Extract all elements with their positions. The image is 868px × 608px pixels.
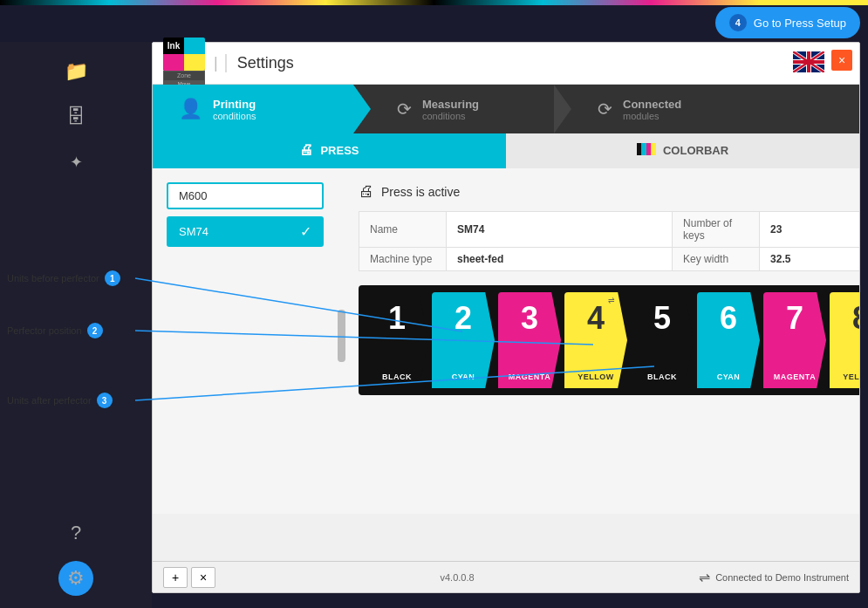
unit-2-name: CYAN — [452, 372, 475, 381]
unit-8-number: 8 — [852, 303, 859, 334]
printing-icon: 👤 — [179, 99, 202, 119]
annotation-units-after-perfector: Units after perfector 3 — [7, 393, 113, 408]
annotation-badge-1: 1 — [105, 270, 120, 286]
logo-ink: Ink — [163, 38, 184, 54]
press-item-sm74-label: SM74 — [179, 225, 208, 238]
unit-1-name: BLACK — [382, 372, 412, 381]
unit-3-number: 3 — [521, 303, 538, 334]
window-close-button[interactable]: × — [831, 50, 852, 71]
top-color-bar — [0, 0, 868, 5]
add-press-button[interactable]: + — [163, 567, 188, 588]
measuring-step-text: Measuring conditions — [422, 98, 479, 121]
unit-1-number: 1 — [388, 303, 406, 334]
wizard-step-printing[interactable]: 👤 Printing conditions — [153, 85, 353, 133]
unit-card-3[interactable]: 3 MAGENTA — [498, 292, 561, 388]
unit-card-6[interactable]: 6 CYAN — [697, 292, 760, 388]
unit-card-2[interactable]: 2 CYAN — [432, 292, 495, 388]
tab-bar: 🖨 PRESS COLORBAR — [153, 133, 859, 168]
tab-colorbar[interactable]: COLORBAR — [506, 133, 859, 168]
press-details: 🖨 Press is active Name SM74 Number of ke… — [359, 182, 859, 500]
sidebar-icon-folder[interactable]: 📁 — [58, 54, 93, 89]
unit-5-name: BLACK — [647, 372, 677, 381]
svg-rect-14 — [646, 143, 652, 155]
svg-rect-15 — [651, 143, 656, 155]
annotation-units-before-perfector: Units before perfector 1 — [7, 270, 120, 286]
sm74-check-icon: ✓ — [300, 223, 311, 240]
unit-card-4[interactable]: 4 ⇌ YELLOW — [564, 292, 627, 388]
uk-flag-container — [793, 51, 824, 76]
key-width-label: Key width — [673, 248, 760, 271]
press-status-icon: 🖨 — [359, 182, 374, 201]
press-status-label: Press is active — [381, 185, 460, 199]
annotation-label-3: Units after perfector — [7, 395, 92, 406]
badge-number: 4 — [729, 14, 747, 31]
wizard-bar: 👤 Printing conditions ⟳ Measuring condit… — [153, 85, 859, 133]
printing-step-text: Printing conditions — [213, 98, 256, 121]
go-to-press-label: Go to Press Setup — [754, 17, 846, 30]
name-value: SM74 — [447, 212, 673, 248]
unit-2-number: 2 — [455, 303, 472, 334]
unit-card-7[interactable]: 7 MAGENTA — [763, 292, 826, 388]
sidebar-icon-database[interactable]: 🗄 — [58, 99, 93, 134]
unit-card-8[interactable]: 8 YELLOW — [830, 292, 859, 388]
printing-step-sub: conditions — [213, 111, 256, 121]
annotation-badge-3: 3 — [97, 393, 113, 408]
window-header: Ink Zone Move | Settings — [153, 43, 859, 85]
logo-i — [184, 38, 205, 54]
press-properties-table: Name SM74 Number of keys 23 Machine type… — [359, 211, 859, 271]
machine-type-label: Machine type — [359, 248, 447, 271]
unit-card-1[interactable]: 1 BLACK — [366, 292, 428, 388]
annotation-badge-2: 2 — [87, 323, 103, 338]
sidebar-icon-help[interactable]: ? — [58, 516, 93, 550]
machine-type-value: sheet-fed — [447, 248, 673, 271]
bottom-toolbar: + × v4.0.0.8 ⇌ Connected to Demo Instrum… — [153, 561, 859, 592]
printing-step-name: Printing — [213, 98, 256, 111]
unit-7-name: MAGENTA — [774, 372, 816, 381]
unit-3-name: MAGENTA — [509, 372, 550, 381]
annotation-perfector-position: Perfector position 2 — [7, 323, 103, 338]
unit-6-number: 6 — [720, 303, 737, 334]
remove-press-button[interactable]: × — [191, 567, 215, 588]
connection-label: Connected to Demo Instrument — [715, 572, 849, 583]
annotation-label-1: Units before perfector — [7, 273, 99, 284]
press-item-m600-label: M600 — [179, 189, 208, 202]
logo-k — [184, 54, 205, 71]
connected-step-name: Connected — [623, 98, 681, 111]
sidebar-icon-settings[interactable]: ⚙ — [58, 561, 93, 596]
unit-4-name: YELLOW — [578, 372, 614, 381]
sidebar-icon-crosshair[interactable]: ✦ — [58, 145, 93, 180]
press-item-m600[interactable]: M600 — [167, 182, 324, 209]
unit-card-5[interactable]: 5 BLACK — [631, 292, 694, 388]
tab-press[interactable]: 🖨 PRESS — [153, 133, 506, 168]
colorbar-tab-icon — [637, 143, 656, 158]
connected-icon: ⟳ — [598, 100, 612, 118]
unit-7-number: 7 — [786, 303, 803, 334]
press-tab-label: PRESS — [320, 144, 359, 157]
svg-rect-12 — [637, 143, 642, 155]
logo-n — [163, 54, 184, 71]
wizard-arrow-2 — [554, 85, 571, 133]
num-keys-label: Number of keys — [673, 212, 760, 248]
measuring-step-sub: conditions — [422, 111, 479, 121]
printing-units-container: 1 BLACK 2 CYAN 3 MAGENTA 4 ⇌ YELLOW — [359, 285, 859, 395]
go-to-press-setup-button[interactable]: 4 Go to Press Setup — [715, 7, 860, 38]
name-label: Name — [359, 212, 447, 248]
scroll-handle[interactable] — [338, 310, 345, 362]
unit-6-name: CYAN — [717, 372, 741, 381]
press-item-sm74[interactable]: SM74 ✓ — [167, 216, 324, 247]
unit-5-number: 5 — [653, 303, 671, 334]
wizard-step-measuring[interactable]: ⟳ Measuring conditions — [353, 85, 554, 133]
logo-wrapper: Ink Zone Move — [163, 38, 205, 90]
window-title: Settings — [225, 54, 294, 72]
uk-flag-icon — [793, 51, 824, 72]
measuring-icon: ⟳ — [397, 100, 412, 118]
unit-8-name: YELLOW — [843, 372, 859, 381]
connection-icon: ⇌ — [699, 569, 710, 585]
main-window: Ink Zone Move | Settings — [152, 42, 860, 593]
press-tab-icon: 🖨 — [299, 142, 313, 158]
perfector-symbol: ⇌ — [608, 296, 615, 304]
wizard-step-connected[interactable]: ⟳ Connected modules — [554, 85, 746, 133]
toolbar-left-buttons: + × — [163, 567, 215, 588]
press-list: M600 SM74 ✓ — [167, 182, 324, 500]
key-width-value: 32.5 — [760, 248, 859, 271]
